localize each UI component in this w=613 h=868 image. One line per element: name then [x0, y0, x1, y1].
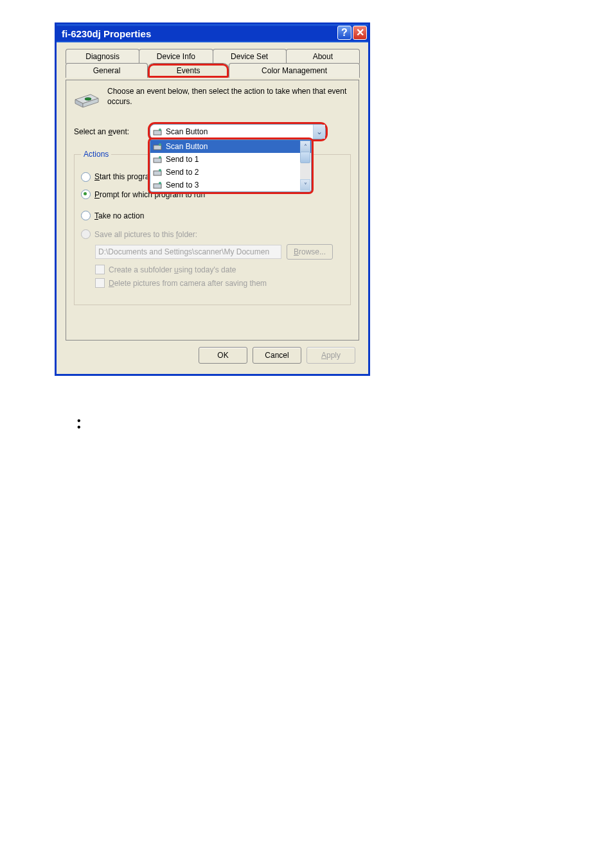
help-button[interactable]: ? — [337, 26, 351, 40]
scanner-small-icon — [153, 141, 163, 152]
event-combobox[interactable]: Scan Button ⌄ — [150, 124, 326, 139]
description-text: Choose an event below, then select the a… — [107, 87, 351, 107]
cancel-button[interactable]: Cancel — [253, 347, 301, 364]
radio-icon — [81, 229, 91, 239]
tab-about[interactable]: About — [286, 49, 360, 64]
chevron-down-icon[interactable]: ⌄ — [313, 125, 325, 139]
browse-button: Browse... — [287, 244, 333, 260]
tab-diagnosis[interactable]: Diagnosis — [66, 49, 139, 64]
svg-rect-10 — [154, 171, 161, 175]
tab-device-set[interactable]: Device Set — [213, 49, 287, 64]
svg-point-5 — [159, 128, 161, 131]
dropdown-item-send-to-1[interactable]: Send to 1 — [150, 153, 311, 166]
scroll-up-icon[interactable]: ˄ — [300, 141, 310, 152]
dropdown-scrollbar[interactable]: ˄ ˅ — [300, 141, 310, 191]
scanner-small-icon — [153, 154, 163, 164]
scanner-small-icon — [153, 180, 163, 190]
svg-point-7 — [159, 143, 161, 146]
svg-rect-6 — [154, 145, 161, 150]
radio-save-pictures: Save all pictures to this folder: — [81, 229, 342, 239]
scroll-thumb[interactable] — [300, 152, 310, 163]
tab-device-info[interactable]: Device Info — [139, 49, 213, 64]
actions-legend: Actions — [81, 150, 111, 159]
event-dropdown-list[interactable]: Scan Button Send to 1 Send to 2 Sen — [150, 139, 312, 192]
close-button[interactable]: ✕ — [353, 26, 367, 40]
svg-point-3 — [85, 98, 91, 100]
checkbox-icon — [95, 278, 105, 288]
svg-point-11 — [159, 169, 161, 172]
radio-icon — [81, 172, 91, 182]
dialog-footer: OK Cancel Apply — [66, 341, 359, 366]
tab-general[interactable]: General — [66, 63, 148, 78]
tab-strip: Diagnosis Device Info Device Set About G… — [66, 49, 359, 78]
checkbox-delete-pictures: Delete pictures from camera after saving… — [95, 278, 342, 288]
tab-content: Choose an event below, then select the a… — [66, 80, 359, 341]
event-combobox-value: Scan Button — [166, 127, 208, 136]
scanner-icon — [74, 87, 100, 109]
svg-rect-4 — [154, 130, 161, 135]
tab-events[interactable]: Events — [147, 63, 229, 78]
svg-point-13 — [159, 182, 161, 184]
window-title: fi-6230dj Properties — [62, 28, 151, 39]
select-event-label: Select an event: — [74, 127, 150, 136]
svg-rect-12 — [154, 184, 161, 188]
radio-icon — [81, 190, 91, 199]
checkbox-icon — [95, 265, 105, 274]
checkbox-create-subfolder: Create a subfolder using today's date — [95, 265, 342, 274]
ok-button[interactable]: OK — [199, 347, 247, 364]
dropdown-item-send-to-2[interactable]: Send to 2 — [150, 166, 311, 179]
scanner-small-icon — [153, 127, 163, 137]
svg-rect-8 — [154, 158, 161, 163]
folder-path-input: D:\Documents and Settings\scanner\My Doc… — [95, 245, 281, 259]
svg-point-9 — [159, 156, 161, 159]
apply-button: Apply — [306, 347, 355, 364]
scanner-small-icon — [153, 167, 163, 177]
bullet-list: •• — [77, 418, 81, 430]
scroll-down-icon[interactable]: ˅ — [300, 179, 310, 191]
dropdown-item-scan-button[interactable]: Scan Button — [150, 140, 311, 153]
properties-dialog: fi-6230dj Properties ? ✕ Diagnosis Devic… — [55, 22, 370, 376]
radio-take-no-action[interactable]: Take no action — [81, 211, 342, 220]
dropdown-item-send-to-3[interactable]: Send to 3 — [150, 179, 311, 191]
radio-icon — [81, 211, 91, 220]
tab-color-management[interactable]: Color Management — [229, 63, 360, 78]
titlebar[interactable]: fi-6230dj Properties ? ✕ — [57, 24, 368, 42]
